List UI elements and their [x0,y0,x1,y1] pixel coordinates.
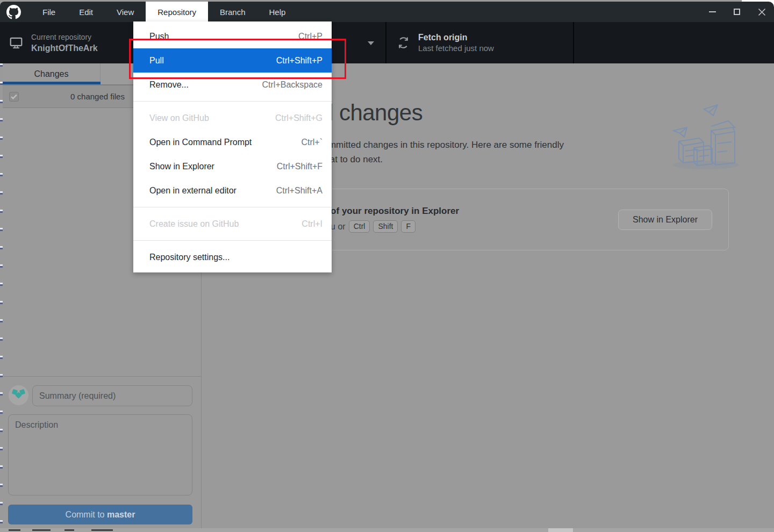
maximize-button[interactable] [725,2,749,22]
menu-item-pull[interactable]: Pull Ctrl+Shift+P [133,48,332,73]
menu-separator [133,240,332,241]
close-button[interactable] [749,2,774,22]
current-repository-eyebrow: Current repository [31,32,98,42]
menu-branch[interactable]: Branch [208,2,257,22]
edge-fragment [91,529,113,531]
summary-input[interactable] [32,385,192,406]
maximize-icon [734,9,740,15]
menu-item-view-on-github: View on GitHub Ctrl+Shift+G [133,106,332,130]
menu-item-create-issue: Create issue on GitHub Ctrl+I [133,212,332,236]
menu-view[interactable]: View [105,2,146,22]
menu-item-open-in-command-prompt[interactable]: Open in Command Prompt Ctrl+` [133,130,332,154]
menu-item-open-in-external-editor[interactable]: Open in external editor Ctrl+Shift+A [133,178,332,203]
current-repository-selector[interactable]: Current repository KnightOfTheArk [0,22,98,63]
minimize-icon [709,11,716,12]
monitor-icon [9,36,23,50]
fetch-origin-label: Fetch origin [418,32,494,43]
fetch-origin-button[interactable]: Fetch origin Last fetched just now [386,22,494,63]
avatar [9,385,28,405]
menu-item-remove[interactable]: Remove... Ctrl+Backspace [133,73,332,97]
menu-item-label: Create issue on GitHub [149,219,239,229]
kbd-shift: Shift [373,220,398,233]
commit-button[interactable]: Commit to master [8,505,192,524]
commit-button-branch: master [107,510,135,519]
window-controls [700,2,774,22]
edge-fragment [64,529,74,531]
menu-item-label: Open in Command Prompt [149,138,252,147]
menu-item-shortcut: Ctrl+` [301,138,322,147]
menu-item-shortcut: Ctrl+Shift+A [276,186,322,196]
check-icon [11,94,17,99]
menu-separator [133,207,332,207]
menu-item-repository-settings[interactable]: Repository settings... [133,245,332,269]
github-logo-icon [6,5,21,19]
kbd-f: F [401,220,415,233]
description-input[interactable] [8,414,192,495]
edge-fragment [9,529,20,531]
menu-item-push[interactable]: Push Ctrl+P [133,24,332,48]
menu-item-shortcut: Ctrl+Backspace [262,80,323,90]
sync-icon [397,36,410,49]
menu-help[interactable]: Help [257,2,298,22]
active-tab-underline [3,82,101,84]
menu-file[interactable]: File [31,2,67,22]
commit-button-prefix: Commit to [66,510,107,519]
menu-item-label: Push [149,32,169,41]
menu-item-label: Repository settings... [149,253,230,262]
paper-stack-illustration [664,99,744,172]
show-in-explorer-button[interactable]: Show in Explorer [618,210,712,230]
minimize-button[interactable] [700,2,725,22]
chevron-down-icon[interactable] [368,41,374,45]
menu-separator [133,101,332,102]
menu-item-label: Show in Explorer [149,162,214,171]
menu-item-shortcut: Ctrl+Shift+G [275,113,322,123]
titlebar: File Edit View Repository Branch Help [0,2,774,22]
menu-repository[interactable]: Repository [146,2,208,22]
menu-item-shortcut: Ctrl+Shift+F [277,162,322,171]
commit-form: Commit to master [3,376,201,528]
menu-item-shortcut: Ctrl+P [298,32,322,41]
menu-item-label: View on GitHub [149,113,209,123]
toolbar-divider [573,22,574,63]
edge-fragment [548,528,573,532]
background-window-bottom-edge [0,528,774,532]
close-icon [758,8,766,16]
last-fetched-label: Last fetched just now [418,43,494,54]
menu-edit[interactable]: Edit [67,2,105,22]
current-repository-name: KnightOfTheArk [31,42,98,54]
avatar-identicon [9,385,28,405]
menubar: File Edit View Repository Branch Help [31,2,297,22]
edge-fragment [32,529,51,531]
menu-item-label: Remove... [149,80,189,90]
toolbar: Current repository KnightOfTheArk Fetch … [0,22,774,63]
menu-item-label: Pull [149,56,164,66]
select-all-checkbox[interactable] [9,92,19,102]
menu-item-show-in-explorer[interactable]: Show in Explorer Ctrl+Shift+F [133,154,332,178]
kbd-ctrl: Ctrl [349,220,370,233]
menu-item-label: Open in external editor [149,186,236,196]
menu-item-shortcut: Ctrl+Shift+P [276,56,322,66]
menu-item-shortcut: Ctrl+I [302,219,322,229]
repository-dropdown-menu: Push Ctrl+P Pull Ctrl+Shift+P Remove... … [133,21,332,272]
